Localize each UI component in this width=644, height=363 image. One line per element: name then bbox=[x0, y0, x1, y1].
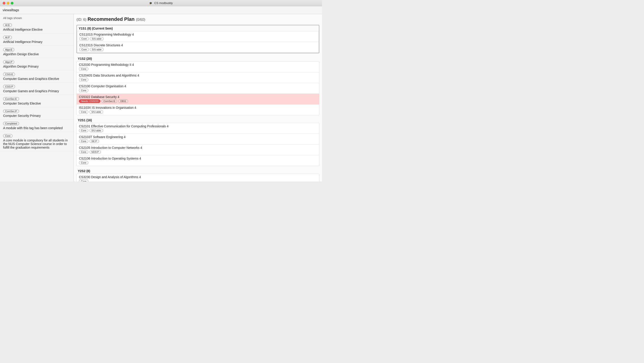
module-badges: Core bbox=[79, 179, 317, 182]
module-badge: Core bbox=[79, 139, 88, 143]
semester-section: Y2S1 (16)CS2101 Effective Communication … bbox=[76, 117, 319, 166]
module-row: CS2106 Introduction to Operating Systems… bbox=[77, 155, 319, 166]
error-badge: Needs: CS3223 bbox=[79, 99, 100, 103]
tag-name: Algorithm Design Primary bbox=[3, 65, 70, 68]
tag-badge: AI:P bbox=[3, 36, 12, 39]
plan-header: (ID: 6) Recommended Plan (0/60) bbox=[76, 16, 319, 23]
close-button[interactable] bbox=[3, 2, 5, 5]
tag-badge: Core bbox=[3, 134, 12, 138]
semester-header: Y1S1 (8) (Current Sem) bbox=[77, 25, 319, 31]
tag-name: A module with this tag has been complete… bbox=[3, 126, 70, 130]
module-badge: Core bbox=[79, 150, 88, 154]
module-badge: DB:E bbox=[118, 99, 128, 103]
tag-name: Computer Security Elective bbox=[3, 102, 70, 105]
module-badge: Core bbox=[79, 129, 88, 132]
tag-list-item: ComSec:EComputer Security Elective bbox=[0, 95, 74, 107]
module-badge: Core bbox=[79, 67, 88, 71]
module-badge: S/U-able bbox=[90, 110, 103, 114]
app-icon: 🎓 bbox=[149, 2, 152, 5]
search-bar bbox=[0, 6, 322, 14]
module-title: CS2106 Introduction to Operating Systems… bbox=[79, 157, 317, 160]
module-title: CS5322 Database Security 4 bbox=[79, 95, 317, 99]
module-title: CS1101S Programming Methodology 4 bbox=[80, 33, 316, 36]
module-badge: Core bbox=[79, 78, 88, 82]
plan-count: (0/60) bbox=[136, 18, 145, 22]
module-badge: SE:P bbox=[90, 139, 99, 143]
left-panel: All tags shown AI:EArtificial Intelligen… bbox=[0, 14, 74, 182]
tag-badge: CGG:E bbox=[3, 73, 15, 76]
all-tags-header: All tags shown bbox=[0, 14, 74, 21]
tag-badge: Completed bbox=[3, 122, 19, 125]
tag-badge: CGG:P bbox=[3, 85, 15, 88]
tag-badge: AI:E bbox=[3, 23, 12, 27]
maximize-button[interactable] bbox=[11, 2, 14, 5]
titlebar: 🎓 CS modbuddy bbox=[0, 0, 322, 6]
module-badges: CoreSE:P bbox=[79, 139, 317, 143]
module-badge: NDS:P bbox=[90, 150, 101, 154]
module-title: CS2103T Software Engineering 4 bbox=[79, 135, 317, 139]
semester-header: Y2S1 (16) bbox=[76, 117, 319, 123]
window-title: 🎓 CS modbuddy bbox=[149, 1, 173, 5]
tag-list: AI:EArtificial Intelligence ElectiveAI:P… bbox=[0, 21, 74, 151]
module-badge: Core bbox=[79, 161, 88, 165]
tag-list-item: Algo:EAlgorithm Design Elective bbox=[0, 46, 74, 58]
module-row: IS1103X IS Innovations in Organisation 4… bbox=[77, 105, 319, 115]
module-title: CS2101 Effective Communication for Compu… bbox=[79, 124, 317, 128]
content-area: All tags shown AI:EArtificial Intelligen… bbox=[0, 14, 322, 182]
module-title: CS2105 Introduction to Computer Networks… bbox=[79, 146, 317, 150]
semester-section: Y1S2 (20)CS2030 Programming Methodology … bbox=[76, 55, 319, 115]
module-badge: Core bbox=[79, 179, 88, 182]
module-badges: CoreS/U-able bbox=[80, 48, 316, 51]
right-panel: (ID: 6) Recommended Plan (0/60) Y1S1 (8)… bbox=[74, 14, 322, 182]
module-badges: Needs: CS3223ComSec:EDB:E bbox=[79, 99, 317, 103]
module-row: CS1231S Discrete Structures 4CoreS/U-abl… bbox=[77, 42, 319, 53]
module-badges: Core bbox=[79, 89, 317, 92]
module-row: CS5322 Database Security 4Needs: CS3223C… bbox=[77, 94, 319, 105]
tag-name: Artificial Intelligence Elective bbox=[3, 28, 70, 31]
module-title: IS1103X IS Innovations in Organisation 4 bbox=[79, 106, 317, 109]
module-row: CS2030 Programming Methodology II 4Core bbox=[77, 62, 319, 72]
semester-header: Y1S2 (20) bbox=[76, 55, 319, 61]
window-controls[interactable] bbox=[3, 2, 14, 5]
tag-name: Computer Games and Graphics Primary bbox=[3, 89, 70, 93]
minimize-button[interactable] bbox=[7, 2, 10, 5]
tag-name: Artificial Intelligence Primary bbox=[3, 40, 70, 44]
module-row: CS1101S Programming Methodology 4CoreS/U… bbox=[77, 31, 319, 42]
tag-name: Computer Games and Graphics Elective bbox=[3, 77, 70, 81]
module-badges: Core bbox=[79, 161, 317, 165]
module-badge: S/U-able bbox=[90, 48, 104, 51]
module-badge: S/U-able bbox=[90, 129, 103, 132]
tag-badge: ComSec:E bbox=[3, 97, 19, 101]
module-badges: CoreNDS:P bbox=[79, 150, 317, 154]
tag-list-item: AI:EArtificial Intelligence Elective bbox=[0, 21, 74, 33]
module-badges: Core bbox=[79, 78, 317, 82]
tag-list-item: CompletedA module with this tag has been… bbox=[0, 120, 74, 132]
module-badge: Core bbox=[80, 37, 89, 41]
module-row: CS2105 Introduction to Computer Networks… bbox=[77, 145, 319, 155]
module-badges: Core bbox=[79, 67, 317, 71]
semester-header: Y2S2 (8) bbox=[76, 167, 319, 174]
semester-section: Y1S1 (8) (Current Sem)CS1101S Programmin… bbox=[76, 25, 319, 53]
module-title: CS1231S Discrete Structures 4 bbox=[80, 44, 316, 47]
module-row: CS2100 Computer Organisation 4Core bbox=[77, 83, 319, 94]
tag-list-item: ComSec:PComputer Security Primary bbox=[0, 107, 74, 120]
search-input[interactable] bbox=[3, 8, 319, 12]
module-badge: Core bbox=[79, 110, 88, 114]
module-title: CS2030 Programming Methodology II 4 bbox=[79, 63, 317, 67]
modules-group: CS2101 Effective Communication for Compu… bbox=[76, 123, 319, 166]
tag-list-item: CGG:EComputer Games and Graphics Electiv… bbox=[0, 70, 74, 83]
tag-badge: ComSec:P bbox=[3, 109, 19, 113]
main-container: All tags shown AI:EArtificial Intelligen… bbox=[0, 6, 322, 182]
tag-list-item: CoreA core module is compulsory for all … bbox=[0, 132, 74, 151]
module-badge: S/U-able bbox=[90, 37, 104, 41]
module-row: CS2040S Data Structures and Algorithms 4… bbox=[77, 72, 319, 83]
modules-group: CS3230 Design and Analysis of Algorithms… bbox=[76, 174, 319, 182]
tag-name: Algorithm Design Elective bbox=[3, 52, 70, 56]
tag-badge: Algo:E bbox=[3, 48, 14, 52]
module-title: CS3230 Design and Analysis of Algorithms… bbox=[79, 175, 317, 179]
semesters-container: Y1S1 (8) (Current Sem)CS1101S Programmin… bbox=[76, 25, 319, 182]
module-badge: Core bbox=[79, 89, 88, 92]
semester-section: Y2S2 (8)CS3230 Design and Analysis of Al… bbox=[76, 167, 319, 182]
module-badges: CoreS/U-able bbox=[79, 110, 317, 114]
tag-list-item: CGG:PComputer Games and Graphics Primary bbox=[0, 83, 74, 95]
